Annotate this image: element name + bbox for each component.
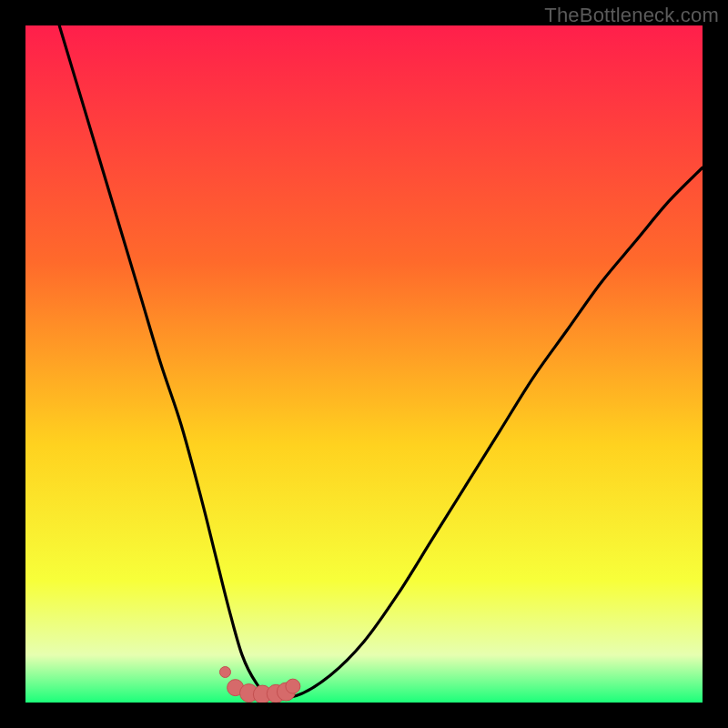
- marker-dot: [219, 667, 230, 678]
- marker-dot: [286, 679, 300, 693]
- bottleneck-chart: [25, 25, 703, 703]
- attribution-text: TheBottleneck.com: [544, 4, 719, 27]
- gradient-background: [25, 25, 703, 703]
- chart-frame: [25, 25, 703, 703]
